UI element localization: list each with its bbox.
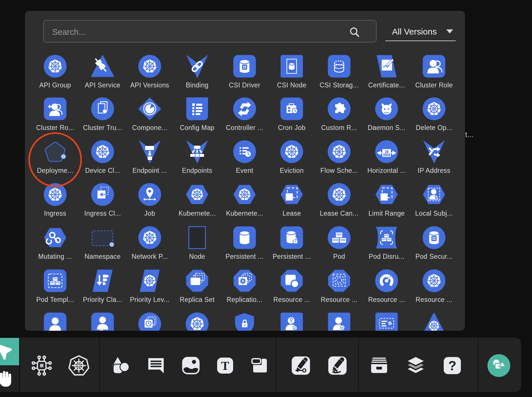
svg-text:T: T <box>221 359 229 372</box>
svg-text:?: ? <box>448 358 456 373</box>
